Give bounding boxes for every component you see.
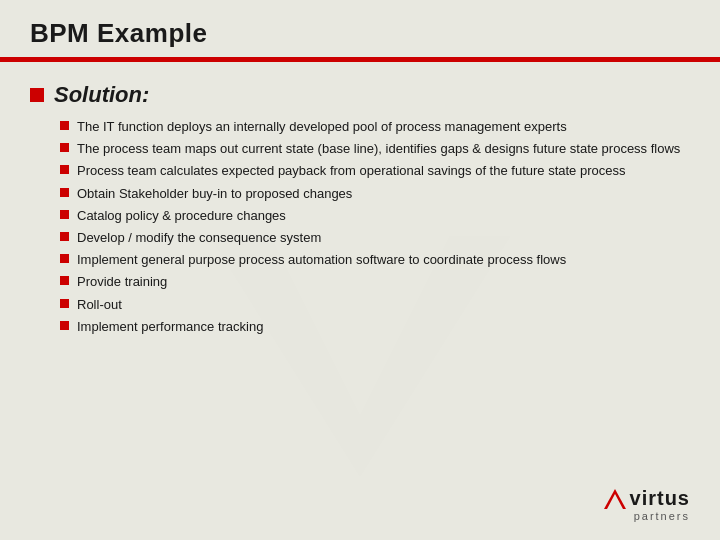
list-item: Develop / modify the consequence system [60, 229, 690, 247]
bullet-icon [60, 254, 69, 263]
header: BPM Example [0, 0, 720, 57]
list-item: The IT function deploys an internally de… [60, 118, 690, 136]
bullet-text: Process team calculates expected payback… [77, 162, 690, 180]
bullet-icon [60, 276, 69, 285]
bullet-icon [60, 121, 69, 130]
bullet-text: Implement performance tracking [77, 318, 690, 336]
bullet-icon [60, 165, 69, 174]
list-item: Implement general purpose process automa… [60, 251, 690, 269]
red-divider [0, 57, 720, 62]
logo-triangle-icon [604, 489, 626, 509]
bullet-icon [60, 232, 69, 241]
bullet-icon [60, 321, 69, 330]
slide: BPM Example Solution: The IT function de… [0, 0, 720, 540]
bullet-icon [60, 188, 69, 197]
logo-name: virtus [630, 487, 690, 510]
list-item: Roll-out [60, 296, 690, 314]
bullet-text: Provide training [77, 273, 690, 291]
list-item: Obtain Stakeholder buy-in to proposed ch… [60, 185, 690, 203]
bullet-text: Develop / modify the consequence system [77, 229, 690, 247]
logo-mark: virtus [604, 487, 690, 510]
bullet-icon [60, 299, 69, 308]
bullet-icon [60, 143, 69, 152]
bullet-text: Obtain Stakeholder buy-in to proposed ch… [77, 185, 690, 203]
bullet-text: The process team maps out current state … [77, 140, 690, 158]
content-area: Solution: The IT function deploys an int… [0, 72, 720, 350]
bullet-text: The IT function deploys an internally de… [77, 118, 690, 136]
solution-header: Solution: [30, 82, 690, 108]
solution-title: Solution: [54, 82, 149, 108]
bullet-text: Roll-out [77, 296, 690, 314]
logo: virtus partners [604, 487, 690, 522]
bullet-list: The IT function deploys an internally de… [30, 118, 690, 336]
list-item: Provide training [60, 273, 690, 291]
bullet-text: Catalog policy & procedure changes [77, 207, 690, 225]
solution-bullet-icon [30, 88, 44, 102]
list-item: Catalog policy & procedure changes [60, 207, 690, 225]
page-title: BPM Example [30, 18, 690, 49]
bullet-text: Implement general purpose process automa… [77, 251, 690, 269]
list-item: Implement performance tracking [60, 318, 690, 336]
list-item: The process team maps out current state … [60, 140, 690, 158]
list-item: Process team calculates expected payback… [60, 162, 690, 180]
logo-subtext: partners [634, 510, 690, 522]
bullet-icon [60, 210, 69, 219]
